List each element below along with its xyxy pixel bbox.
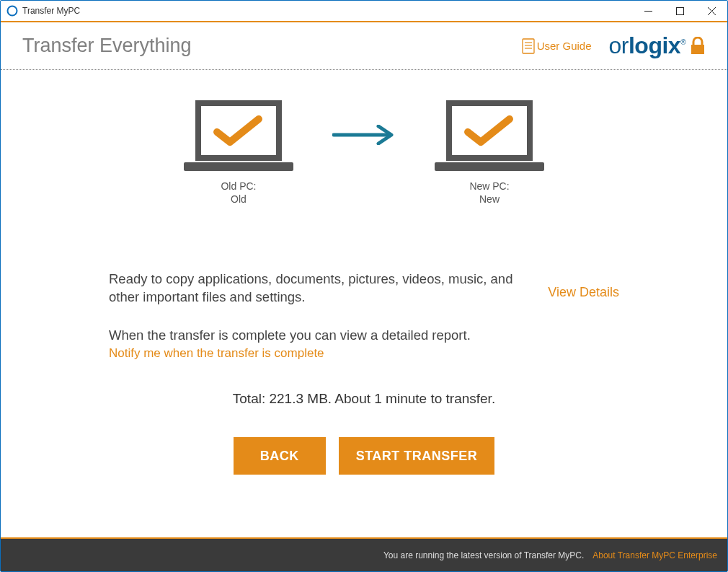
complete-text: When the transfer is complete you can vi… — [109, 327, 619, 345]
maximize-button[interactable] — [664, 1, 696, 21]
back-button[interactable]: BACK — [234, 437, 326, 475]
new-pc-label: New PC: New — [432, 180, 547, 206]
window-title: Transfer MyPC — [22, 6, 80, 16]
svg-point-0 — [8, 6, 17, 16]
user-guide-label: User Guide — [537, 40, 592, 52]
laptop-new-icon — [432, 99, 547, 172]
ready-row: Ready to copy applications, documents, p… — [109, 270, 619, 307]
total-line: Total: 221.3 MB. About 1 minute to trans… — [109, 391, 619, 407]
app-window: Transfer MyPC Transfer Everything — [0, 0, 728, 572]
footer-version: You are running the latest version of Tr… — [383, 550, 584, 560]
footer-about-link[interactable]: About Transfer MyPC Enterprise — [592, 550, 717, 560]
button-row: BACK START TRANSFER — [1, 437, 727, 475]
brand-text: orlogix® — [609, 32, 686, 59]
old-pc-label: Old PC: Old — [181, 180, 296, 206]
start-transfer-button[interactable]: START TRANSFER — [339, 437, 495, 475]
notify-link[interactable]: Notify me when the transfer is complete — [109, 346, 324, 361]
user-guide-link[interactable]: User Guide — [522, 38, 592, 54]
view-details-link[interactable]: View Details — [548, 285, 619, 300]
brand: orlogix® — [609, 32, 706, 59]
svg-rect-12 — [184, 162, 293, 171]
document-icon — [522, 38, 535, 54]
new-pc-block: New PC: New — [432, 99, 547, 206]
footer: You are running the latest version of Tr… — [1, 537, 727, 571]
minimize-button[interactable] — [632, 1, 664, 21]
svg-rect-9 — [691, 45, 704, 54]
svg-rect-2 — [676, 7, 683, 14]
laptop-old-icon — [181, 99, 296, 172]
ready-text: Ready to copy applications, documents, p… — [109, 270, 519, 307]
svg-rect-5 — [523, 39, 534, 53]
app-icon — [6, 5, 18, 17]
page-title: Transfer Everything — [22, 35, 192, 57]
complete-row: When the transfer is complete you can vi… — [109, 327, 619, 361]
header: Transfer Everything User Guide orlogix® — [1, 22, 727, 70]
header-right: User Guide orlogix® — [522, 32, 706, 59]
arrow-right-icon — [332, 125, 396, 145]
content: Old PC: Old New PC: — [1, 70, 727, 537]
svg-rect-16 — [435, 162, 544, 171]
close-button[interactable] — [696, 1, 727, 21]
pc-diagram: Old PC: Old New PC: — [109, 99, 619, 206]
old-pc-block: Old PC: Old — [181, 99, 296, 206]
lock-icon — [690, 37, 706, 56]
window-controls — [632, 1, 727, 21]
titlebar: Transfer MyPC — [1, 1, 727, 22]
arrow-block — [332, 99, 396, 145]
